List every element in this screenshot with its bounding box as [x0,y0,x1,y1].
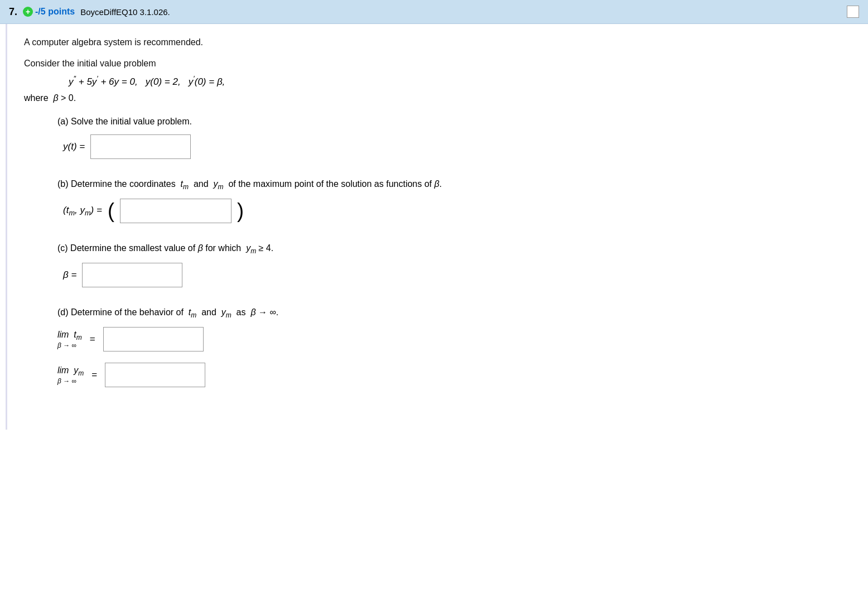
part-d-label: (d) Determine of the behavior of tm and … [57,307,851,319]
part-b-label: (b) Determine the coordinates tm and ym … [57,179,851,191]
part-d-section: (d) Determine of the behavior of tm and … [57,307,851,387]
equation-text: y″ + 5y′ + 6y = 0, y(0) = 2, y′(0) = β, [69,76,225,87]
paren-right: ) [237,201,244,221]
lim2-bottom: β → ∞ [57,377,76,385]
part-b-answer-row: (tm, ym) = ( ) [63,199,851,223]
problem-number: 7. [9,6,17,18]
lim2-symbol: lim ym β → ∞ [57,365,84,386]
part-d-lim2-input[interactable] [105,363,205,387]
part-c-section: (c) Determine the smallest value of β fo… [57,243,851,287]
lim2-top: lim ym [57,365,84,378]
part-a-label: (a) Solve the initial value problem. [57,117,851,127]
part-c-answer-row: β = [63,263,851,287]
part-d-lim1-row: lim tm β → ∞ = [57,327,851,352]
problem-id: BoyceDiffEQ10 3.1.026. [80,7,170,17]
part-d-lim2-row: lim ym β → ∞ = [57,363,851,387]
equation-block: y″ + 5y′ + 6y = 0, y(0) = 2, y′(0) = β, [69,74,851,88]
part-c-answer-label: β = [63,269,76,281]
part-b-answer-label: (tm, ym) = [63,205,102,217]
lim1-equals: = [90,334,95,345]
where-text: where β > 0. [24,93,851,103]
part-a-section: (a) Solve the initial value problem. y(t… [57,117,851,159]
points-text: -/5 points [35,7,75,17]
consider-text: Consider the initial value problem [24,59,851,69]
lim1-symbol: lim tm β → ∞ [57,329,82,350]
part-c-input[interactable] [82,263,182,287]
part-b-section: (b) Determine the coordinates tm and ym … [57,179,851,223]
part-a-answer-label: y(t) = [63,141,85,152]
part-a-input[interactable] [90,134,191,159]
problem-container: 7. + -/5 points BoyceDiffEQ10 3.1.026. A… [0,0,868,597]
problem-header: 7. + -/5 points BoyceDiffEQ10 3.1.026. [0,0,868,24]
lim2-equals: = [91,369,97,381]
checkbox[interactable] [847,6,859,18]
part-b-input[interactable] [120,199,232,223]
lim1-top: lim tm [57,329,82,342]
lim1-bottom: β → ∞ [57,341,76,349]
intro-text: A computer algebra system is recommended… [24,37,851,47]
points-badge: + -/5 points [23,7,75,17]
part-d-lim1-input[interactable] [103,327,204,352]
problem-body: A computer algebra system is recommended… [6,24,868,430]
paren-left: ( [108,201,114,221]
plus-icon: + [23,7,33,17]
part-c-label: (c) Determine the smallest value of β fo… [57,243,851,255]
part-a-answer-row: y(t) = [63,134,851,159]
